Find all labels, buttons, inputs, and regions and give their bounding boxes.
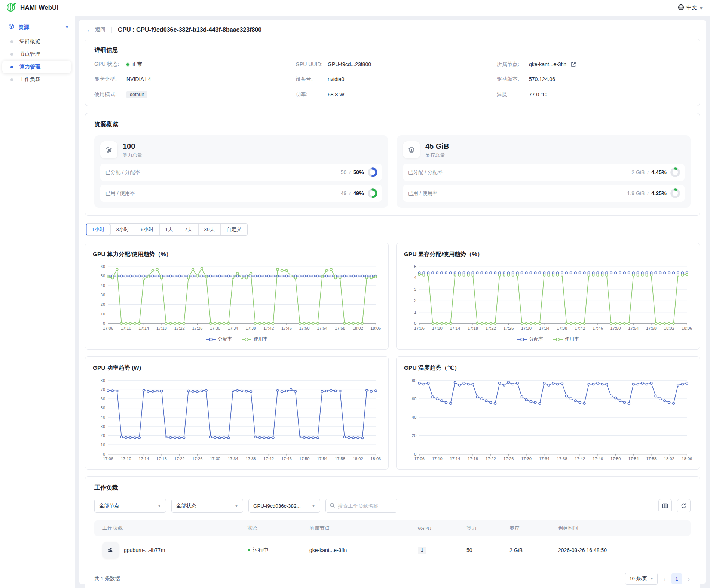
legend-item[interactable]: 分配率	[517, 336, 544, 342]
legend-item[interactable]: 分配率	[206, 336, 232, 342]
chart-legend: 分配率 使用率	[404, 334, 692, 345]
sidebar-item-workloads[interactable]: 工作负载	[0, 73, 75, 86]
external-link-icon[interactable]	[571, 62, 576, 67]
svg-text:17:30: 17:30	[521, 456, 532, 461]
svg-text:4: 4	[414, 275, 416, 280]
svg-text:17:22: 17:22	[174, 326, 185, 330]
page-number[interactable]: 1	[671, 573, 682, 584]
main-panel: ← 返回 GPU : GPU-f9cd036c-382f-b13d-443f-8…	[79, 20, 706, 584]
compute-allocated-row: 已分配 / 分配率 50 / 50%	[100, 164, 382, 181]
tab-6h[interactable]: 6小时	[135, 224, 160, 235]
status-filter-select[interactable]: 全部状态 ▼	[171, 499, 243, 513]
status-ok-icon	[126, 63, 129, 66]
chevron-down-icon: ▼	[157, 504, 161, 508]
legend-item[interactable]: 使用率	[553, 336, 579, 342]
vgpu-badge: 1	[418, 547, 426, 554]
svg-text:17:58: 17:58	[646, 326, 657, 330]
top-bar: HAMi WebUI 中文 ▼	[0, 0, 710, 16]
time-range-tabs: 1小时 3小时 6小时 1天 7天 30天 自定义	[86, 223, 248, 236]
sidebar-item-label: 节点管理	[19, 51, 40, 58]
sidebar-item-cluster-overview[interactable]: 集群概览	[0, 35, 75, 48]
svg-text:10: 10	[101, 443, 105, 447]
chevron-down-icon: ▼	[650, 577, 654, 581]
svg-text:17:18: 17:18	[156, 326, 167, 330]
col-header-created: 创建时间	[554, 520, 691, 536]
sidebar-item-node-management[interactable]: 节点管理	[0, 48, 75, 61]
search-icon	[330, 502, 335, 510]
memory-total-value: 45 GiB	[425, 142, 449, 151]
field-node: 所属节点: gke-kant...e-3fln	[497, 61, 691, 68]
legend-item[interactable]: 使用率	[242, 336, 268, 342]
row-label: 已用 / 使用率	[408, 190, 627, 197]
memory-total-card: 45 GiB 显存总量 已分配 / 分配率 2 GiB / 4.45%	[397, 135, 691, 208]
tab-1d[interactable]: 1天	[160, 224, 179, 235]
detail-grid: GPU 状态: 正常 GPU UUID: GPU-f9cd...23f800 所…	[94, 61, 691, 98]
content-area: ← 返回 GPU : GPU-f9cd036c-382f-b13d-443f-8…	[75, 16, 710, 588]
bullet-icon	[10, 40, 13, 43]
svg-text:17:46: 17:46	[593, 326, 603, 330]
sidebar-group-resources[interactable]: 资源 ▼	[0, 19, 75, 35]
svg-text:17:38: 17:38	[245, 456, 256, 461]
sidebar-item-compute-management[interactable]: 算力管理	[2, 61, 71, 73]
refresh-button[interactable]	[677, 499, 691, 512]
compute-used-row: 已用 / 使用率 49 / 49%	[100, 185, 382, 202]
tab-custom[interactable]: 自定义	[221, 224, 247, 235]
workload-name[interactable]: gpuburn-...-lb77m	[124, 547, 165, 553]
back-button[interactable]: ← 返回	[86, 27, 105, 33]
tab-7d[interactable]: 7天	[179, 224, 199, 235]
table-row[interactable]: gpuburn-...-lb77m 运行中 gke-kant...e-3fln	[94, 536, 691, 564]
col-header-compute: 算力	[463, 520, 506, 536]
col-header-memory: 显存	[506, 520, 554, 536]
sidebar-item-label: 算力管理	[19, 64, 40, 70]
svg-text:17:22: 17:22	[174, 456, 185, 461]
gpu-filter-select[interactable]: GPU-f9cd036c-382... ▼	[248, 499, 320, 513]
field-label: 驱动版本:	[497, 76, 529, 83]
language-switcher[interactable]: 中文 ▼	[678, 4, 703, 12]
search-input[interactable]	[338, 503, 393, 509]
page-header: ← 返回 GPU : GPU-f9cd036c-382f-b13d-443f-8…	[85, 26, 700, 39]
field-power: 功率: 68.8 W	[296, 91, 489, 98]
bullet-icon	[10, 53, 13, 56]
svg-text:17:38: 17:38	[557, 456, 567, 461]
svg-text:17:50: 17:50	[299, 326, 310, 330]
svg-text:80: 80	[101, 378, 105, 383]
svg-text:20: 20	[101, 433, 105, 438]
svg-text:18:02: 18:02	[353, 326, 363, 330]
field-label: 功率:	[296, 91, 328, 98]
chevron-down-icon: ▼	[312, 504, 315, 508]
tab-3h[interactable]: 3小时	[111, 224, 135, 235]
tab-30d[interactable]: 30天	[199, 224, 221, 235]
svg-text:1: 1	[414, 310, 416, 314]
prev-page-button[interactable]: ‹	[663, 576, 666, 582]
field-card-type: 显卡类型: NVIDIA L4	[94, 76, 288, 83]
svg-text:17:58: 17:58	[335, 456, 345, 461]
svg-text:17:26: 17:26	[503, 456, 514, 461]
col-header-workload: 工作负载	[94, 520, 244, 536]
row-percent: 50%	[353, 169, 364, 175]
svg-text:17:06: 17:06	[103, 326, 113, 330]
page-size-value: 10 条/页	[629, 575, 647, 582]
svg-text:70: 70	[101, 387, 105, 392]
page-size-select[interactable]: 10 条/页 ▼	[625, 573, 658, 585]
brand: HAMi WebUI	[6, 2, 59, 14]
svg-text:17:42: 17:42	[575, 326, 585, 330]
tab-1h[interactable]: 1小时	[86, 224, 111, 235]
next-page-button[interactable]: ›	[687, 576, 691, 582]
column-settings-button[interactable]	[658, 499, 672, 512]
detail-card: 详细信息 GPU 状态: 正常 GPU UUID: GPU-f9cd...23f…	[85, 39, 700, 106]
svg-text:17:34: 17:34	[539, 456, 550, 461]
svg-text:30: 30	[101, 293, 105, 297]
svg-text:17:26: 17:26	[192, 456, 202, 461]
chevron-down-icon: ▼	[235, 504, 238, 508]
workloads-card: 工作负载 全部节点 ▼ 全部状态 ▼ GPU-f9cd036c-382... ▼	[85, 476, 700, 588]
app-title: HAMi WebUI	[20, 4, 59, 12]
field-label: GPU 状态:	[94, 61, 126, 68]
bullet-icon	[10, 66, 13, 68]
legend-label: 使用率	[254, 336, 268, 342]
memory-total-label: 显存总量	[425, 152, 449, 158]
row-amount: 2 GiB	[631, 169, 645, 175]
divider	[111, 27, 112, 33]
select-value: GPU-f9cd036c-382...	[253, 503, 301, 509]
field-label: 设备号:	[296, 76, 328, 83]
node-filter-select[interactable]: 全部节点 ▼	[94, 499, 166, 513]
